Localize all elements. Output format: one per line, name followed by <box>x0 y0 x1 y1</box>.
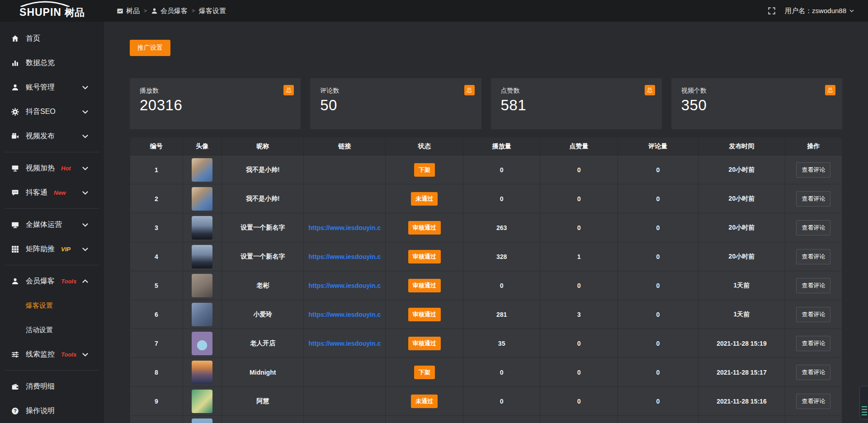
status-badge: 审核通过 <box>408 279 441 292</box>
plays-cell: 0 <box>463 184 540 213</box>
sidebar-item-账号管理[interactable]: 账号管理 <box>0 75 104 99</box>
breadcrumb-separator: > <box>192 8 195 14</box>
comments-cell: 0 <box>618 271 698 300</box>
row-id-cell: 9 <box>130 387 183 416</box>
sidebar-item-tag: VIP <box>61 246 71 253</box>
status-cell: 下架 <box>386 358 463 387</box>
nickname-cell: 设置一个新名字 <box>222 242 304 271</box>
sidebar-item-矩阵助推[interactable]: 矩阵助推VIP <box>0 237 104 261</box>
avatar <box>192 274 212 297</box>
sidebar-item-label: 全媒体运营 <box>26 220 62 230</box>
status-badge: 审核通过 <box>408 337 441 350</box>
video-link[interactable]: https://www.iesdouyin.c <box>309 282 381 289</box>
avatar <box>192 187 212 211</box>
breadcrumb-item[interactable]: 会员爆客 <box>151 7 188 15</box>
comments-cell <box>618 416 698 423</box>
sidebar-item-label: 抖客通 <box>26 188 47 197</box>
status-badge: 下架 <box>414 366 435 379</box>
sidebar-item-数据总览[interactable]: 数据总览 <box>0 51 104 75</box>
sidebar-item-消费明细[interactable]: 消费明细 <box>0 374 104 399</box>
avatar <box>192 303 212 326</box>
video-link[interactable]: https://www.iesdouyin.c <box>309 311 381 318</box>
link-cell <box>304 155 386 184</box>
sidebar-item-label: 消费明细 <box>26 382 55 391</box>
sidebar-item-首页[interactable]: 首页 <box>0 26 104 51</box>
nickname-cell: 我不是小帅! <box>222 184 304 213</box>
avatar <box>192 361 212 384</box>
status-cell: 下架 <box>386 155 463 184</box>
likes-cell: 0 <box>540 387 618 416</box>
time-cell <box>698 416 785 423</box>
sidebar-item-会员爆客[interactable]: 会员爆客Tools <box>0 269 104 293</box>
view-comments-button[interactable]: 查看评论 <box>796 278 830 293</box>
stat-total-badge: 总 <box>283 85 294 95</box>
sidebar-item-label: 线索监控 <box>26 350 55 359</box>
time-cell: 1天前 <box>698 300 785 329</box>
floating-widget[interactable] <box>859 386 868 419</box>
status-badge: 审核通过 <box>408 250 441 263</box>
sidebar-item-tag: New <box>54 189 66 196</box>
sidebar-item-视频发布[interactable]: 视频发布 <box>0 124 104 148</box>
row-id-cell: 2 <box>130 184 183 213</box>
avatar <box>192 158 212 182</box>
table-header-头像: 头像 <box>183 137 222 155</box>
view-comments-button[interactable]: 查看评论 <box>796 365 830 380</box>
table-header-链接: 链接 <box>304 137 386 155</box>
view-comments-button[interactable]: 查看评论 <box>796 336 830 351</box>
sidebar-item-线索监控[interactable]: 线索监控Tools <box>0 342 104 367</box>
action-cell: 查看评论 <box>785 184 842 213</box>
video-link[interactable]: https://www.iesdouyin.c <box>309 340 381 347</box>
sidebar-item-操作说明[interactable]: ?操作说明 <box>0 399 104 423</box>
plays-cell: 328 <box>463 242 540 271</box>
likes-cell: 3 <box>540 300 618 329</box>
avatar-cell <box>183 416 222 423</box>
time-cell: 2021-11-28 15:17 <box>698 358 785 387</box>
video-link[interactable]: https://www.iesdouyin.c <box>309 253 381 260</box>
avatar <box>192 332 212 355</box>
table-header-编号: 编号 <box>130 137 183 155</box>
avatar-cell <box>183 213 222 242</box>
view-comments-button[interactable]: 查看评论 <box>796 191 830 207</box>
user-menu[interactable]: 用户名：zswodun88 <box>785 7 854 15</box>
sidebar-item-label: 账号管理 <box>26 83 55 92</box>
sidebar-item-视频加热[interactable]: 视频加热Hot <box>0 156 104 180</box>
sidebar-item-抖客通[interactable]: 抖客通New <box>0 180 104 205</box>
action-cell: 查看评论 <box>785 358 842 387</box>
sidebar-item-全媒体运营[interactable]: 全媒体运营 <box>0 212 104 237</box>
status-cell: 审核通过 <box>386 300 463 329</box>
view-comments-button[interactable]: 查看评论 <box>796 220 830 235</box>
stat-card: 评论数50总 <box>310 78 481 129</box>
status-cell: 审核通过 <box>386 329 463 358</box>
logo-cjk-text: 树品 <box>65 6 85 19</box>
view-comments-button[interactable]: 查看评论 <box>796 249 830 264</box>
stat-card: 视频个数350总 <box>671 78 842 129</box>
sidebar-subitem-爆客设置[interactable]: 爆客设置 <box>0 293 104 318</box>
likes-cell: 0 <box>540 358 618 387</box>
likes-cell: 0 <box>540 155 618 184</box>
fullscreen-icon[interactable] <box>768 7 776 15</box>
sidebar-item-抖音SEO[interactable]: 抖音SEO <box>0 99 104 124</box>
avatar-cell <box>183 271 222 300</box>
logo-latin-text: SHUPIN <box>19 6 61 19</box>
table-row: 8Midnight下架0002021-11-28 15:17查看评论 <box>130 358 842 387</box>
breadcrumb-item[interactable]: 树品 <box>117 7 140 15</box>
view-comments-button[interactable]: 查看评论 <box>796 307 830 322</box>
stat-total-badge: 总 <box>464 85 475 95</box>
sidebar-subitem-label: 爆客设置 <box>26 301 53 310</box>
time-cell: 2021-11-28 15:19 <box>698 329 785 358</box>
likes-cell: 0 <box>540 184 618 213</box>
breadcrumb-item[interactable]: 爆客设置 <box>199 7 226 15</box>
view-comments-button[interactable]: 查看评论 <box>796 162 830 178</box>
action-cell: 查看评论 <box>785 242 842 271</box>
time-cell: 20小时前 <box>698 213 785 242</box>
member-icon <box>11 277 19 285</box>
video-link[interactable]: https://www.iesdouyin.c <box>309 224 381 231</box>
view-comments-button[interactable]: 查看评论 <box>796 394 830 409</box>
promotion-settings-button[interactable]: 推广设置 <box>130 40 170 56</box>
sidebar-subitem-活动设置[interactable]: 活动设置 <box>0 318 104 342</box>
help-icon: ? <box>11 407 19 415</box>
stat-label: 评论数 <box>320 87 471 95</box>
chevron-down-icon <box>849 8 854 14</box>
home-icon <box>11 35 19 42</box>
stat-total-badge: 总 <box>645 85 655 95</box>
